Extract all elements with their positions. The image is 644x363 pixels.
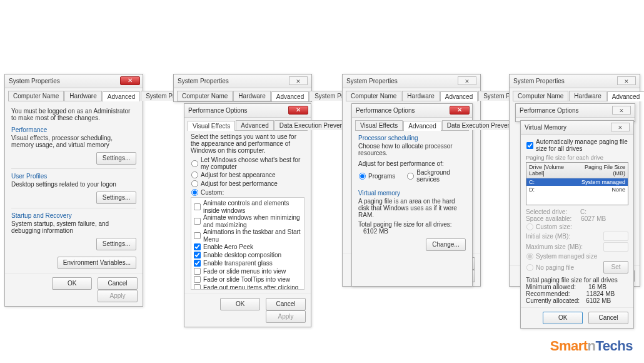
tab-hardware[interactable]: Hardware	[569, 91, 606, 101]
drive-list[interactable]: Drive [Volume Label]Paging File Size (MB…	[526, 162, 628, 205]
window-titlebar[interactable]: System Properties ⨉	[343, 74, 480, 88]
tab-advanced[interactable]: Advanced	[236, 120, 273, 130]
close-icon[interactable]: ✕	[120, 76, 140, 85]
ok-button[interactable]: OK	[52, 277, 92, 290]
check-item[interactable]	[194, 218, 201, 225]
group-proc-scheduling: Processor scheduling	[358, 135, 466, 141]
apply-button[interactable]: Apply	[266, 310, 306, 323]
close-icon[interactable]: ⨉	[458, 76, 476, 85]
window-titlebar[interactable]: Performance Options ✕	[184, 104, 311, 118]
window-titlebar[interactable]: Virtual Memory ⨉	[521, 121, 633, 135]
cancel-button[interactable]: Cancel	[266, 298, 306, 310]
group-performance: Performance	[11, 126, 136, 133]
tab-advanced[interactable]: Advanced	[403, 121, 441, 131]
group-user-profiles: User Profiles	[11, 173, 136, 180]
radio-custom-size	[526, 223, 533, 230]
startup-settings-button[interactable]: Settings...	[96, 238, 136, 250]
visual-effects-list[interactable]: Animate controls and elements inside win…	[191, 197, 304, 290]
window-title: System Properties	[513, 78, 565, 84]
close-icon[interactable]: ✕	[450, 106, 470, 115]
check-item[interactable]	[194, 268, 201, 275]
check-item[interactable]	[194, 284, 201, 290]
tab-computer-name[interactable]: Computer Name	[8, 91, 64, 101]
vm-desc: A paging file is an area on the hard dis…	[358, 198, 466, 218]
window-titlebar[interactable]: Performance Options ✕	[352, 104, 472, 118]
user-profiles-desc: Desktop settings related to your logon	[11, 181, 136, 188]
check-item[interactable]	[194, 203, 201, 210]
env-variables-button[interactable]: Environment Variables...	[58, 257, 136, 269]
performance-settings-button[interactable]: Settings...	[96, 152, 136, 165]
window-title: Performance Options	[188, 107, 248, 114]
ok-button[interactable]: OK	[543, 312, 583, 324]
admin-note: You must be logged on as an Administrato…	[11, 108, 136, 121]
check-item[interactable]	[194, 276, 201, 283]
pf-each-label: Paging file size for each drive	[526, 154, 628, 161]
check-item[interactable]	[194, 252, 201, 258]
window-titlebar[interactable]: System Properties ✕	[5, 74, 143, 88]
close-icon[interactable]: ⨉	[617, 76, 636, 85]
intro-text: Select the settings you want to use for …	[191, 133, 304, 154]
group-virtual-memory: Virtual memory	[358, 190, 466, 197]
total-pf-title: Total paging file size for all drives	[526, 277, 628, 284]
check-item[interactable]	[194, 232, 201, 239]
drive-row: C:System managed	[526, 178, 628, 186]
radio-no-paging	[526, 263, 533, 270]
radio-bg-services[interactable]	[407, 172, 414, 179]
tab-advanced[interactable]: Advanced	[271, 91, 309, 101]
apply-button[interactable]: Apply	[98, 290, 138, 302]
adjust-label: Adjust for best performance of:	[358, 160, 466, 167]
tab-advanced[interactable]: Advanced	[607, 91, 644, 101]
tab-computer-name[interactable]: Computer Name	[513, 91, 568, 101]
window-title: Performance Options	[356, 107, 415, 114]
tab-hardware[interactable]: Hardware	[402, 91, 439, 101]
proc-scheduling-desc: Choose how to allocate processor resourc…	[358, 143, 466, 156]
total-pf-label: Total paging file size for all drives:	[358, 221, 452, 228]
ok-button[interactable]: OK	[220, 298, 260, 310]
close-icon[interactable]: ✕	[288, 106, 308, 115]
window-title: System Properties	[9, 78, 60, 84]
close-icon[interactable]: ⨉	[611, 123, 630, 131]
tab-visual-effects[interactable]: Visual Effects	[355, 120, 403, 130]
window-title: Virtual Memory	[525, 124, 566, 131]
total-pf-value: 6102 MB	[363, 228, 388, 235]
system-properties-tabs: Computer Name Hardware Advanced System P…	[8, 91, 139, 101]
radio-system-managed	[526, 253, 533, 260]
tab-advanced[interactable]: Advanced	[103, 91, 140, 101]
tab-computer-name[interactable]: Computer Name	[177, 91, 233, 101]
set-button: Set	[603, 261, 628, 274]
window-titlebar[interactable]: System Properties ⨉	[510, 74, 640, 88]
check-item[interactable]	[194, 260, 201, 267]
radio-best-appearance[interactable]	[191, 171, 198, 178]
window-title: Performance Options	[520, 107, 579, 114]
cancel-button[interactable]: Cancel	[98, 277, 138, 290]
window-title: System Properties	[178, 78, 229, 84]
drive-row: D:None	[526, 186, 628, 193]
tab-hardware[interactable]: Hardware	[233, 91, 270, 101]
tab-hardware[interactable]: Hardware	[64, 91, 101, 101]
cancel-button[interactable]: Cancel	[588, 312, 628, 324]
tab-advanced[interactable]: Advanced	[440, 91, 478, 101]
user-profiles-settings-button[interactable]: Settings...	[96, 192, 136, 204]
performance-desc: Visual effects, processor scheduling, me…	[11, 135, 136, 148]
close-icon[interactable]: ⨉	[289, 76, 308, 85]
tab-visual-effects[interactable]: Visual Effects	[188, 121, 235, 131]
radio-best-performance[interactable]	[191, 180, 198, 187]
window-titlebar[interactable]: System Properties ⨉	[174, 74, 311, 88]
window-title: System Properties	[346, 78, 398, 84]
close-icon[interactable]: ⨉	[612, 106, 631, 115]
brand-logo: SmartnTechs	[550, 338, 633, 354]
radio-custom[interactable]	[191, 189, 198, 196]
startup-recovery-desc: System startup, system failure, and debu…	[11, 220, 136, 234]
tab-computer-name[interactable]: Computer Name	[346, 91, 401, 101]
change-button[interactable]: Change...	[426, 238, 466, 251]
radio-programs[interactable]	[359, 172, 366, 179]
max-size-input	[603, 242, 628, 252]
check-auto-manage[interactable]	[526, 141, 533, 148]
radio-let-windows[interactable]	[191, 160, 198, 166]
group-startup-recovery: Startup and Recovery	[11, 212, 136, 219]
window-titlebar[interactable]: Performance Options ⨉	[516, 104, 635, 118]
check-item[interactable]	[194, 243, 201, 250]
initial-size-input	[603, 232, 628, 241]
